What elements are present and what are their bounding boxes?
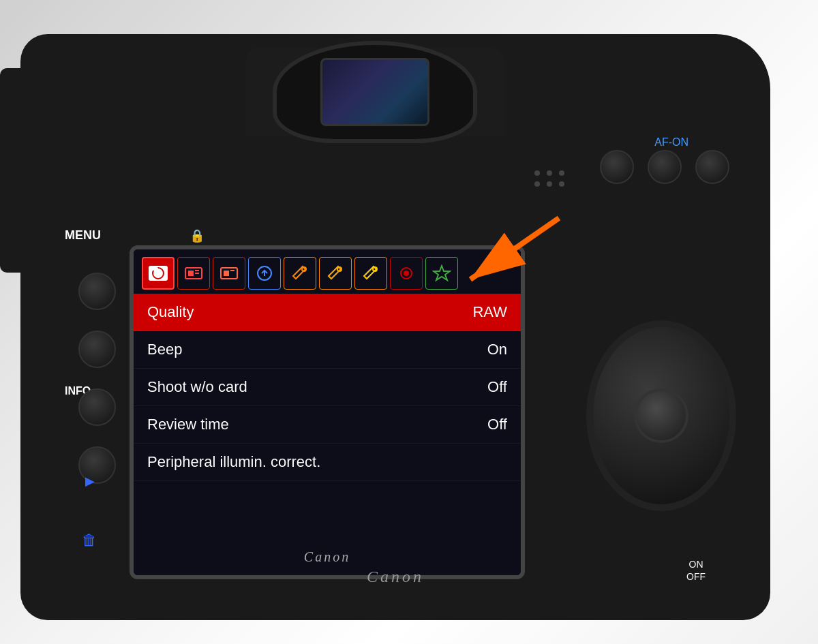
menu-item-review-time[interactable]: Review time Off — [134, 406, 521, 444]
top-button-2[interactable] — [648, 150, 682, 184]
left-button-1[interactable] — [78, 273, 116, 310]
tab-setup2[interactable] — [319, 257, 352, 290]
off-label: OFF — [686, 571, 706, 582]
arrow-svg — [450, 204, 573, 300]
svg-point-9 — [302, 267, 306, 271]
lock-icon: 🔒 — [190, 228, 204, 243]
svg-point-11 — [373, 267, 377, 271]
menu-items-list: Quality RAW Beep On Shoot w/o card Off — [134, 294, 521, 481]
viewfinder-glass — [320, 58, 429, 126]
tab5-icon — [290, 264, 309, 283]
svg-line-16 — [470, 218, 559, 279]
on-off-label: ON OFF — [686, 558, 706, 583]
dial-center[interactable] — [634, 388, 688, 443]
tab-setup3[interactable] — [354, 257, 387, 290]
delete-icon: 🗑 — [82, 532, 97, 549]
star-icon — [432, 264, 451, 283]
tab-shoot1[interactable] — [142, 257, 175, 290]
tab4-icon — [255, 264, 274, 283]
left-button-2[interactable] — [78, 331, 116, 368]
quality-value: RAW — [472, 303, 507, 321]
shoot-wo-card-label: Shoot w/o card — [147, 378, 247, 396]
dot — [559, 170, 564, 176]
menu-label: MENU — [65, 228, 101, 243]
canon-logo-screen: Canon — [304, 549, 350, 565]
tab-setup1[interactable] — [284, 257, 316, 290]
canon-logo-body: Canon — [367, 568, 424, 586]
svg-rect-1 — [188, 271, 194, 276]
dot — [559, 181, 564, 187]
dot — [547, 181, 552, 187]
review-time-value: Off — [487, 416, 507, 433]
camera-tab-icon — [149, 266, 168, 281]
quality-label: Quality — [147, 303, 194, 321]
viewfinder-eyepiece — [273, 41, 477, 143]
scene: MENU INFO. AF-ON ▶ 🗑 🔒 — [0, 0, 818, 644]
tab-playback1[interactable] — [248, 257, 281, 290]
beep-value: On — [487, 341, 507, 358]
svg-marker-14 — [434, 266, 450, 280]
tab3-icon — [219, 264, 239, 283]
peripheral-label: Peripheral illumin. correct. — [147, 453, 320, 471]
dot — [534, 170, 540, 176]
play-icon: ▶ — [85, 474, 95, 489]
menu-item-shoot-wo-card[interactable]: Shoot w/o card Off — [134, 369, 521, 406]
quick-control-dial[interactable] — [586, 320, 736, 511]
dot — [547, 170, 552, 176]
camera-body: MENU INFO. AF-ON ▶ 🗑 🔒 — [20, 34, 770, 620]
top-button-3[interactable] — [695, 150, 729, 184]
tab-shoot3[interactable] — [213, 257, 245, 290]
arrow-annotation — [450, 204, 573, 303]
left-button-3[interactable] — [78, 388, 116, 426]
beep-label: Beep — [147, 341, 182, 358]
on-label: ON — [689, 559, 703, 570]
tab8-icon — [397, 264, 416, 283]
shoot-wo-card-value: Off — [487, 378, 507, 396]
left-buttons — [78, 273, 116, 484]
svg-point-13 — [404, 271, 409, 276]
tab2-icon — [184, 264, 203, 283]
tab-custom[interactable] — [390, 257, 423, 290]
svg-rect-5 — [224, 271, 229, 276]
dots-pattern — [534, 170, 566, 187]
camera-strap — [0, 68, 41, 273]
menu-item-peripheral[interactable]: Peripheral illumin. correct. — [134, 444, 521, 481]
left-button-4[interactable] — [78, 446, 116, 484]
dot — [534, 181, 540, 187]
svg-point-10 — [337, 267, 342, 271]
top-button-1[interactable] — [600, 150, 634, 184]
tab7-icon — [361, 264, 380, 283]
review-time-label: Review time — [147, 416, 229, 433]
menu-item-beep[interactable]: Beep On — [134, 331, 521, 369]
tab6-icon — [326, 264, 345, 283]
af-on-label: AF-ON — [654, 136, 688, 149]
tab-shoot2[interactable] — [177, 257, 210, 290]
top-buttons — [600, 150, 729, 184]
